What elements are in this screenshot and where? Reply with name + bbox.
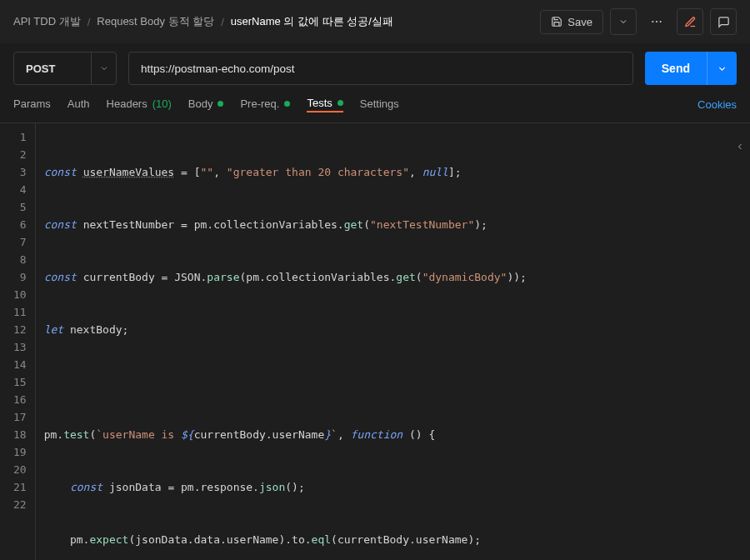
svg-point-2 xyxy=(660,21,662,22)
more-options-button[interactable] xyxy=(643,8,670,35)
breadcrumb-mid[interactable]: Request Body 동적 할당 xyxy=(97,14,214,29)
tab-body[interactable]: Body xyxy=(188,98,224,112)
send-button[interactable]: Send xyxy=(645,52,737,85)
svg-point-0 xyxy=(652,21,653,22)
status-dot-icon xyxy=(218,101,223,107)
top-actions: Save xyxy=(540,8,737,35)
status-dot-icon xyxy=(284,101,290,107)
collapse-sidebar-button[interactable] xyxy=(735,142,745,152)
chevron-left-icon xyxy=(735,142,745,152)
breadcrumb-root[interactable]: API TDD 개발 xyxy=(13,14,81,29)
line-gutter: 12345678910111213141516171819202122 xyxy=(0,123,36,560)
breadcrumb-current: userName 의 값에 따른 성공/실패 xyxy=(231,14,393,29)
chevron-down-icon xyxy=(717,63,728,74)
tab-auth[interactable]: Auth xyxy=(68,98,90,112)
tab-params[interactable]: Params xyxy=(13,98,51,112)
headers-count: (10) xyxy=(152,98,172,110)
tab-settings[interactable]: Settings xyxy=(360,98,399,112)
pencil-icon xyxy=(684,16,697,28)
breadcrumb-sep: / xyxy=(88,16,91,28)
save-button[interactable]: Save xyxy=(540,10,603,34)
code-content[interactable]: const userNameValues = ["", "greater tha… xyxy=(36,123,750,560)
save-icon xyxy=(551,16,562,28)
chevron-down-icon xyxy=(99,63,109,73)
method-caret[interactable] xyxy=(91,52,116,84)
breadcrumb: API TDD 개발 / Request Body 동적 할당 / userNa… xyxy=(13,14,393,29)
comments-button[interactable] xyxy=(710,8,737,35)
save-button-label: Save xyxy=(568,16,592,28)
save-dropdown-button[interactable] xyxy=(610,8,637,35)
tab-prereq[interactable]: Pre-req. xyxy=(240,98,290,112)
send-dropdown[interactable] xyxy=(707,52,737,85)
method-select[interactable]: POST xyxy=(13,52,117,85)
breadcrumb-sep: / xyxy=(221,16,224,28)
tabs-row: Params Auth Headers (10) Body Pre-req. T… xyxy=(0,90,750,122)
url-input[interactable] xyxy=(128,52,633,85)
edit-button[interactable] xyxy=(677,8,703,35)
tab-headers[interactable]: Headers (10) xyxy=(107,98,172,112)
status-dot-icon xyxy=(338,100,343,106)
top-bar: API TDD 개발 / Request Body 동적 할당 / userNa… xyxy=(0,0,750,43)
send-button-label: Send xyxy=(645,62,707,75)
comment-icon xyxy=(718,16,730,28)
svg-point-1 xyxy=(656,21,658,22)
cookies-link[interactable]: Cookies xyxy=(698,98,737,111)
chevron-down-icon xyxy=(618,17,628,27)
request-row: POST Send xyxy=(0,43,750,90)
dots-icon xyxy=(650,15,663,28)
code-editor[interactable]: 12345678910111213141516171819202122 cons… xyxy=(0,122,750,560)
tab-tests[interactable]: Tests xyxy=(307,97,342,112)
method-label: POST xyxy=(14,62,91,75)
